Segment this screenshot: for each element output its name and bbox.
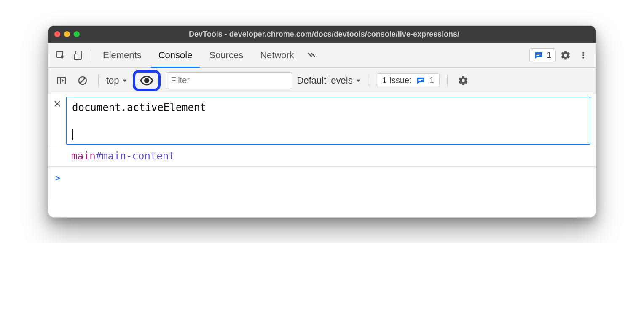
- zoom-window-button[interactable]: [74, 31, 80, 37]
- close-icon: [54, 100, 61, 108]
- inspect-element-icon[interactable]: [53, 47, 69, 63]
- separator: [91, 49, 91, 61]
- svg-point-7: [582, 57, 584, 58]
- tab-elements[interactable]: Elements: [95, 43, 149, 68]
- svg-line-11: [80, 78, 85, 83]
- svg-rect-8: [58, 77, 65, 84]
- chevron-down-icon: [122, 78, 128, 84]
- console-settings-icon[interactable]: [455, 73, 471, 89]
- levels-label: Default levels: [297, 75, 353, 86]
- minimize-window-button[interactable]: [64, 31, 70, 37]
- issues-count: 1: [429, 76, 434, 85]
- messages-badge[interactable]: 1: [529, 48, 556, 62]
- remove-live-expression-button[interactable]: [48, 93, 66, 148]
- create-live-expression-button[interactable]: [133, 70, 161, 91]
- live-expression-input[interactable]: document.activeElement: [66, 97, 590, 145]
- live-expression-result[interactable]: main#main-content: [48, 148, 596, 167]
- svg-rect-3: [536, 54, 541, 54]
- window-controls: [54, 31, 80, 37]
- device-toolbar-icon[interactable]: [70, 47, 86, 63]
- clear-console-icon[interactable]: [75, 73, 91, 89]
- svg-rect-4: [536, 55, 539, 56]
- titlebar: DevTools - developer.chrome.com/docs/dev…: [48, 26, 596, 43]
- separator: [447, 75, 448, 86]
- result-element-tag: main: [71, 150, 96, 162]
- text-cursor: [72, 129, 73, 140]
- svg-point-6: [582, 54, 584, 56]
- live-expression-row: document.activeElement: [48, 93, 596, 148]
- result-element-id: #main-content: [96, 150, 175, 162]
- issues-label: 1 Issue:: [382, 76, 412, 85]
- tab-network[interactable]: Network: [252, 43, 302, 68]
- separator: [98, 75, 99, 86]
- close-window-button[interactable]: [54, 31, 60, 37]
- chat-icon: [534, 51, 543, 60]
- window-title: DevTools - developer.chrome.com/docs/dev…: [84, 30, 590, 39]
- messages-count: 1: [547, 50, 551, 60]
- devtools-window: DevTools - developer.chrome.com/docs/dev…: [48, 25, 596, 218]
- settings-icon[interactable]: [558, 47, 574, 63]
- context-label: top: [106, 75, 119, 86]
- chat-icon: [416, 76, 425, 85]
- chevron-down-icon: [355, 78, 361, 84]
- prompt-chevron: >: [55, 173, 61, 183]
- main-tabbar: Elements Console Sources Network 1: [48, 43, 596, 68]
- toggle-sidebar-icon[interactable]: [54, 73, 70, 89]
- more-tabs-icon[interactable]: [303, 47, 319, 63]
- separator: [369, 75, 369, 86]
- context-selector[interactable]: top: [106, 75, 128, 86]
- filter-input[interactable]: [166, 72, 292, 89]
- console-toolbar: top Default levels 1 Issue:: [48, 68, 596, 93]
- tab-console[interactable]: Console: [151, 43, 200, 68]
- kebab-menu-icon[interactable]: [575, 47, 591, 63]
- svg-rect-13: [418, 79, 423, 80]
- eye-icon: [140, 73, 154, 88]
- svg-rect-2: [74, 54, 78, 59]
- svg-point-5: [582, 52, 584, 54]
- tab-sources[interactable]: Sources: [201, 43, 251, 68]
- svg-rect-14: [418, 80, 421, 81]
- log-levels-selector[interactable]: Default levels: [297, 75, 361, 86]
- live-expression-text: document.activeElement: [72, 102, 206, 113]
- svg-point-12: [145, 78, 148, 82]
- issues-badge[interactable]: 1 Issue: 1: [377, 73, 440, 87]
- console-prompt[interactable]: >: [48, 167, 596, 217]
